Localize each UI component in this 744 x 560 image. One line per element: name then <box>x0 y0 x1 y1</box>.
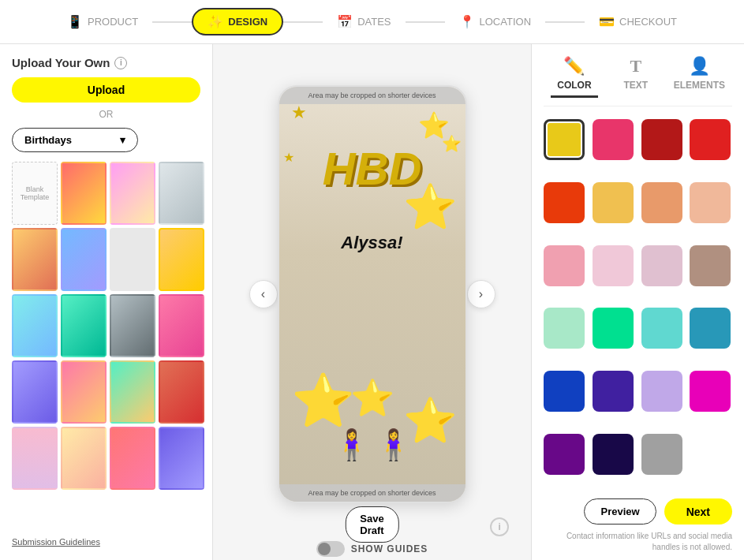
template-item[interactable] <box>12 360 58 424</box>
template-item-selected[interactable] <box>159 228 204 291</box>
show-guides-bar: SHOW GUIDES <box>229 541 515 557</box>
tab-elements-label: ELEMENTS <box>674 80 725 91</box>
bottom-actions: Preview Next Contact information like UR… <box>544 491 732 553</box>
color-swatch-pale-pink[interactable] <box>593 245 634 286</box>
color-swatch-dark-navy[interactable] <box>593 434 634 475</box>
upload-title: Upload Your Own i <box>12 56 200 69</box>
large-star-bottom-center: ⭐ <box>350 377 394 419</box>
nav-step-design[interactable]: ✨ DESIGN <box>192 8 283 35</box>
nav-step-location[interactable]: 📍 LOCATION <box>445 9 546 34</box>
info-icon[interactable]: i <box>114 57 127 69</box>
text-icon: T <box>630 56 641 77</box>
tab-color[interactable]: ✏️ COLOR <box>551 56 598 98</box>
template-item[interactable] <box>110 228 155 291</box>
color-swatch-peach[interactable] <box>641 182 682 223</box>
chevron-down-icon: ▾ <box>120 134 125 146</box>
disclaimer-text: Contact information like URLs and social… <box>544 531 732 553</box>
star-decoration: ★ <box>291 103 307 123</box>
tab-elements[interactable]: 👤 ELEMENTS <box>674 56 725 98</box>
panel-tabs: ✏️ COLOR T TEXT 👤 ELEMENTS <box>544 56 732 106</box>
color-swatch-light-orange[interactable] <box>593 182 634 223</box>
nav-label-location: LOCATION <box>480 16 532 28</box>
color-swatch-yellow[interactable] <box>544 119 585 160</box>
tab-text[interactable]: T TEXT <box>612 56 660 98</box>
nav-line-3 <box>406 21 445 23</box>
color-swatch-teal[interactable] <box>641 308 682 349</box>
template-blank[interactable]: BlankTemplate <box>12 162 58 225</box>
color-swatch-purple[interactable] <box>593 371 634 412</box>
color-swatch-royal-blue[interactable] <box>544 371 585 412</box>
color-swatch-blue-teal[interactable] <box>690 308 731 349</box>
template-item[interactable] <box>159 162 204 225</box>
canvas-area: ‹ Area may be cropped on shorter devices… <box>229 52 515 536</box>
color-swatch-green[interactable] <box>593 308 634 349</box>
color-swatch-hot-pink[interactable] <box>593 119 634 160</box>
template-grid: BlankTemplate <box>12 162 200 490</box>
template-item[interactable] <box>159 294 204 357</box>
color-swatch-mint[interactable] <box>544 308 585 349</box>
next-arrow[interactable]: › <box>467 280 495 308</box>
info-circle-icon[interactable]: i <box>490 517 509 536</box>
star-decoration: ⭐ <box>442 134 462 153</box>
char-1: 🧍‍♀️ <box>333 427 370 462</box>
upload-button[interactable]: Upload <box>12 77 200 103</box>
template-item[interactable] <box>159 427 204 490</box>
color-swatch-lavender[interactable] <box>641 245 682 286</box>
hbd-design: ⭐ ⭐ ★ ★ HBD Alyssa! ⭐ ⭐ ⭐ ⭐ <box>279 87 465 502</box>
color-swatch-dark-red[interactable] <box>641 119 682 160</box>
color-swatch-magenta[interactable] <box>690 371 731 412</box>
char-2: 🧍‍♀️ <box>375 427 412 462</box>
color-swatch-light-pink[interactable] <box>544 245 585 286</box>
preview-button[interactable]: Preview <box>584 498 656 525</box>
template-item[interactable] <box>61 294 107 357</box>
star-decoration: ★ <box>283 150 294 165</box>
nav-step-checkout[interactable]: 💳 CHECKOUT <box>585 9 691 34</box>
submission-guidelines-link[interactable]: Submission Guidelines <box>12 534 100 548</box>
nav-label-product: PRODUCT <box>88 16 138 28</box>
template-item[interactable] <box>110 294 155 357</box>
template-item[interactable] <box>61 228 107 291</box>
category-dropdown[interactable]: Birthdays ▾ <box>12 128 138 152</box>
show-guides-toggle[interactable] <box>316 541 345 557</box>
tab-text-label: TEXT <box>623 80 648 91</box>
template-item[interactable] <box>110 427 155 490</box>
nav-step-dates[interactable]: 📅 DATES <box>323 9 405 34</box>
nav-label-dates: DATES <box>357 16 391 28</box>
crop-warning-bottom: Area may be cropped on shorter devices <box>279 484 465 502</box>
template-item[interactable] <box>12 294 58 357</box>
save-draft-button[interactable]: Save Draft <box>345 506 398 543</box>
phone-inner: Area may be cropped on shorter devices ⭐… <box>279 87 465 502</box>
color-swatch-dark-purple[interactable] <box>544 434 585 475</box>
nav-line-4 <box>545 21 585 23</box>
template-item[interactable] <box>159 360 204 424</box>
color-swatch-red[interactable] <box>690 119 731 160</box>
toggle-knob <box>318 543 331 555</box>
template-item[interactable] <box>12 427 58 490</box>
right-panel: ✏️ COLOR T TEXT 👤 ELEMENTS Preview Next … <box>531 44 744 560</box>
next-button[interactable]: Next <box>664 498 732 525</box>
left-panel: Upload Your Own i Upload OR Birthdays ▾ … <box>0 44 213 560</box>
nav-label-design: DESIGN <box>228 16 267 28</box>
nav-step-product[interactable]: 📱 PRODUCT <box>53 9 152 34</box>
action-buttons: Preview Next <box>544 498 732 525</box>
template-item[interactable] <box>61 162 107 225</box>
prev-arrow[interactable]: ‹ <box>249 280 278 308</box>
template-item[interactable] <box>61 360 107 424</box>
color-swatch-skin[interactable] <box>690 182 731 223</box>
location-icon: 📍 <box>459 14 475 29</box>
template-item[interactable] <box>110 162 155 225</box>
color-grid <box>544 119 732 491</box>
elements-icon: 👤 <box>689 56 710 77</box>
color-swatch-light-purple[interactable] <box>641 371 682 412</box>
color-swatch-orange-red[interactable] <box>544 182 585 223</box>
main-layout: Upload Your Own i Upload OR Birthdays ▾ … <box>0 44 744 560</box>
template-item[interactable] <box>110 360 155 424</box>
upload-section: Upload Your Own i Upload OR Birthdays ▾ <box>12 56 200 152</box>
template-item[interactable] <box>61 427 107 490</box>
color-swatch-taupe[interactable] <box>690 245 731 286</box>
info-circle[interactable]: i <box>490 517 509 536</box>
phone-mockup: Area may be cropped on shorter devices ⭐… <box>278 85 467 503</box>
color-swatch-gray[interactable] <box>641 434 682 475</box>
template-item[interactable] <box>12 228 58 291</box>
nav-line-1 <box>152 21 192 23</box>
